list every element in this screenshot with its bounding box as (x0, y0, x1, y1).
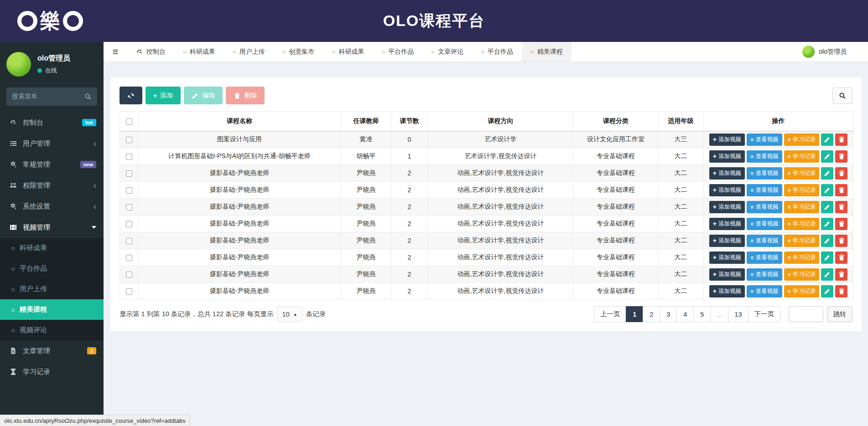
sidebar-item-exquisite-courses[interactable]: ○ 精美课程 (0, 299, 104, 320)
row-edit-button[interactable] (821, 184, 833, 196)
view-video-button[interactable]: ≡查看视频 (747, 201, 782, 213)
tab-exquisite-courses[interactable]: ○精美课程 (522, 42, 572, 62)
search-icon[interactable] (84, 93, 92, 100)
jump-page-input[interactable] (789, 306, 823, 322)
sidebar-item-video-comments[interactable]: ○ 视频评论 (0, 320, 104, 340)
row-delete-button[interactable] (835, 184, 847, 196)
sidebar-item-general-management[interactable]: 常规管理 new (0, 154, 104, 175)
topbar-user[interactable]: olo管理员 (796, 46, 853, 58)
view-video-button[interactable]: ≡查看视频 (747, 218, 782, 230)
add-video-button[interactable]: +添加视频 (709, 218, 745, 230)
add-video-button[interactable]: +添加视频 (709, 285, 745, 298)
tab-research-achievements-1[interactable]: ○科研成果 (174, 42, 224, 62)
row-edit-button[interactable] (821, 268, 833, 281)
add-video-button[interactable]: +添加视频 (709, 268, 745, 281)
column-header[interactable]: 任课教师 (341, 112, 391, 131)
view-video-button[interactable]: ≡查看视频 (747, 285, 782, 298)
tab-platform-works-2[interactable]: ○平台作品 (472, 42, 522, 62)
view-video-button[interactable]: ≡查看视频 (747, 235, 782, 247)
row-edit-button[interactable] (821, 251, 833, 264)
add-video-button[interactable]: +添加视频 (709, 251, 745, 264)
column-header[interactable]: 适用年级 (658, 112, 704, 131)
page-button-4[interactable]: 4 (676, 306, 694, 322)
column-header[interactable]: 课节数 (391, 112, 428, 131)
row-checkbox[interactable] (126, 238, 132, 244)
row-checkbox[interactable] (126, 204, 132, 210)
view-video-button[interactable]: ≡查看视频 (747, 251, 782, 264)
sidebar-item-permission-management[interactable]: 权限管理 ‹ (0, 175, 104, 196)
row-delete-button[interactable] (835, 218, 847, 230)
study-record-button[interactable]: ≡学习记录 (784, 268, 820, 281)
table-search-button[interactable] (832, 87, 852, 104)
next-page-button[interactable]: 下一页 (748, 306, 781, 322)
study-record-button[interactable]: ≡学习记录 (784, 285, 820, 298)
row-checkbox[interactable] (126, 187, 132, 194)
add-video-button[interactable]: +添加视频 (709, 150, 745, 163)
row-delete-button[interactable] (835, 201, 847, 213)
add-video-button[interactable]: +添加视频 (709, 184, 745, 196)
row-checkbox[interactable] (126, 221, 132, 227)
sidebar-item-user-management[interactable]: 用户管理 ‹ (0, 133, 104, 154)
page-button-2[interactable]: 2 (643, 306, 660, 322)
refresh-button[interactable] (120, 87, 142, 104)
row-checkbox[interactable] (126, 154, 132, 160)
study-record-button[interactable]: ≡学习记录 (784, 184, 820, 196)
sidebar-toggle-icon[interactable]: ≡ (104, 42, 127, 62)
sidebar-item-platform-works[interactable]: ○ 平台作品 (0, 258, 104, 279)
study-record-button[interactable]: ≡学习记录 (784, 201, 820, 213)
row-edit-button[interactable] (821, 235, 833, 247)
sidebar-item-article-management[interactable]: 文章管理 2 (0, 340, 104, 361)
tab-user-uploads[interactable]: ○用户上传 (224, 42, 274, 62)
study-record-button[interactable]: ≡学习记录 (784, 235, 820, 247)
prev-page-button[interactable]: 上一页 (594, 306, 627, 322)
tab-research-achievements-2[interactable]: ○科研成果 (323, 42, 373, 62)
add-video-button[interactable]: +添加视频 (709, 201, 745, 213)
app-logo[interactable]: 樂 (17, 0, 83, 42)
add-video-button[interactable]: +添加视频 (709, 235, 745, 247)
tab-creative-market[interactable]: ○创意集市 (274, 42, 323, 62)
sidebar-item-video-management[interactable]: 视频管理 (0, 217, 104, 238)
study-record-button[interactable]: ≡学习记录 (784, 218, 820, 230)
row-delete-button[interactable] (835, 167, 847, 180)
add-button[interactable]: +添加 (146, 87, 181, 104)
edit-button[interactable]: 编辑 (184, 87, 223, 104)
page-size-select[interactable]: 10 ▲ (277, 307, 302, 322)
sidebar-item-system-settings[interactable]: 系统设置 ‹ (0, 196, 104, 217)
tab-console[interactable]: 控制台 (127, 42, 174, 62)
row-checkbox[interactable] (126, 137, 132, 143)
row-delete-button[interactable] (835, 268, 847, 281)
view-video-button[interactable]: ≡查看视频 (747, 268, 782, 281)
column-header[interactable]: 课程方向 (428, 112, 574, 131)
row-delete-button[interactable] (835, 285, 847, 298)
view-video-button[interactable]: ≡查看视频 (747, 150, 782, 163)
tab-platform-works-1[interactable]: ○平台作品 (373, 42, 422, 62)
sidebar-item-console[interactable]: 控制台 hot (0, 112, 104, 133)
row-edit-button[interactable] (821, 133, 833, 146)
tab-article-comments[interactable]: ○文章评论 (422, 42, 472, 62)
page-button-5[interactable]: 5 (693, 306, 711, 322)
row-delete-button[interactable] (835, 251, 847, 264)
sidebar-item-study-records[interactable]: 学习记录 (0, 361, 104, 382)
study-record-button[interactable]: ≡学习记录 (784, 133, 820, 146)
column-header[interactable]: 操作 (704, 112, 853, 131)
row-delete-button[interactable] (835, 235, 847, 247)
row-checkbox[interactable] (126, 272, 132, 278)
sidebar-item-research-achievements[interactable]: ○ 科研成果 (0, 238, 104, 258)
column-header[interactable]: 课程分类 (574, 112, 658, 131)
sidebar-item-user-uploads[interactable]: ○ 用户上传 (0, 279, 104, 299)
delete-button[interactable]: 删除 (226, 87, 265, 104)
row-edit-button[interactable] (821, 285, 833, 298)
row-edit-button[interactable] (821, 150, 833, 163)
row-edit-button[interactable] (821, 167, 833, 180)
row-delete-button[interactable] (835, 150, 847, 163)
jump-button[interactable]: 跳转 (827, 306, 852, 322)
row-checkbox[interactable] (126, 288, 132, 295)
study-record-button[interactable]: ≡学习记录 (784, 251, 820, 264)
row-edit-button[interactable] (821, 201, 833, 213)
study-record-button[interactable]: ≡学习记录 (784, 167, 820, 180)
row-checkbox[interactable] (126, 255, 132, 261)
add-video-button[interactable]: +添加视频 (709, 167, 745, 180)
row-edit-button[interactable] (821, 218, 833, 230)
view-video-button[interactable]: ≡查看视频 (747, 133, 782, 146)
row-checkbox[interactable] (126, 170, 132, 177)
